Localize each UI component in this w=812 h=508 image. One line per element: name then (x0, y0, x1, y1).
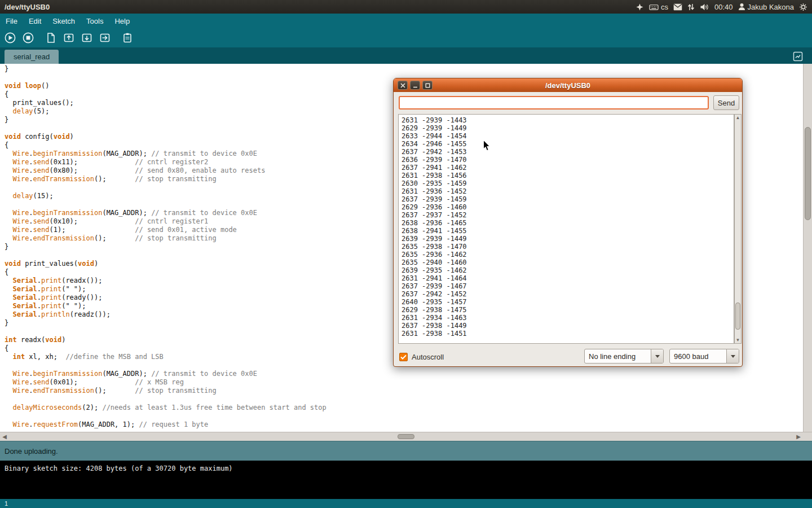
scroll-left-arrow[interactable]: ◀ (0, 432, 9, 441)
desktop-top-panel: /dev/ttyUSB0 cs 00:40 Jakub Kakona (0, 0, 812, 14)
verify-button[interactable] (3, 30, 17, 45)
code-line: Wire.beginTransmission(MAG_ADDR); // tra… (5, 370, 803, 378)
line-number-strip: 1 (0, 499, 812, 508)
serial-line: 2630 -2935 -1459 (401, 179, 731, 187)
status-message: Done uploading. (5, 447, 58, 456)
menu-help[interactable]: Help (109, 15, 135, 28)
save-sketch-button[interactable] (80, 30, 94, 45)
serial-monitor-title-bar[interactable]: /dev/ttyUSB0 (394, 78, 742, 92)
serial-line: 2639 -2935 -1462 (401, 266, 731, 274)
chevron-down-icon[interactable] (726, 349, 739, 363)
menu-sketch[interactable]: Sketch (47, 15, 81, 28)
serial-monitor-title: /dev/ttyUSB0 (545, 81, 590, 90)
code-line: Wire.requestFrom(MAG_ADDR, 1); // reques… (5, 421, 803, 429)
serial-line: 2635 -2936 -1462 (401, 251, 731, 259)
serial-line: 2637 -2937 -1452 (401, 211, 731, 219)
serial-line: 2631 -2938 -1451 (401, 330, 731, 338)
console-output: Binary sketch size: 4208 bytes (of a 307… (0, 461, 812, 499)
tab-menu-icon (792, 51, 804, 62)
save-icon (81, 32, 93, 44)
serial-scroll-up-arrow[interactable]: ▲ (735, 115, 741, 121)
tab-serial-read[interactable]: serial_read (5, 50, 59, 64)
serial-line: 2629 -2936 -1460 (401, 203, 731, 211)
new-sketch-button[interactable] (43, 30, 58, 45)
upload-button[interactable] (98, 30, 112, 45)
serial-line: 2631 -2936 -1452 (401, 187, 731, 195)
keyboard-icon (649, 3, 659, 11)
indicator-icon[interactable] (636, 3, 644, 11)
network-sync-icon[interactable] (687, 3, 695, 11)
editor-vertical-scrollbar[interactable] (803, 64, 812, 432)
serial-line: 2637 -2942 -1453 (401, 148, 731, 156)
serial-send-input[interactable] (399, 96, 709, 110)
code-line (5, 395, 803, 404)
scroll-right-arrow[interactable]: ▶ (794, 432, 803, 441)
serial-line: 2631 -2941 -1464 (401, 274, 731, 282)
serial-line: 2640 -2935 -1457 (401, 298, 731, 306)
serial-scroll-down-arrow[interactable]: ▼ (735, 337, 741, 343)
serial-output: 2631 -2939 -14432629 -2939 -14492633 -29… (398, 114, 734, 344)
serial-monitor-window: /dev/ttyUSB0 Send 2631 -2939 -14432629 -… (393, 78, 743, 367)
clock-label: 00:40 (714, 3, 733, 11)
serial-output-scrollbar[interactable]: ▲ ▼ (734, 114, 742, 344)
user-name-label: Jakub Kakona (748, 3, 794, 11)
volume-icon[interactable] (700, 3, 709, 11)
close-button[interactable] (398, 81, 408, 90)
clock[interactable]: 00:40 (714, 3, 733, 11)
console-line: Binary sketch size: 4208 bytes (of a 307… (5, 465, 233, 472)
serial-line: 2631 -2939 -1443 (401, 116, 731, 124)
stop-icon (22, 32, 34, 44)
serial-line: 2633 -2944 -1454 (401, 132, 731, 140)
window-title: /dev/ttyUSB0 (5, 3, 50, 11)
minimize-icon (413, 83, 418, 88)
user-menu[interactable]: Jakub Kakona (738, 3, 794, 11)
editor-horizontal-scrollbar-thumb[interactable] (398, 434, 414, 439)
serial-scrollbar-thumb[interactable] (735, 303, 740, 330)
code-line: Wire.send(0x01); // x MSB reg (5, 378, 803, 387)
menu-file[interactable]: File (0, 15, 23, 28)
mail-icon[interactable] (673, 3, 682, 11)
serial-line: 2635 -2938 -1470 (401, 243, 731, 251)
minimize-button[interactable] (410, 81, 420, 90)
send-button[interactable]: Send (713, 95, 739, 110)
upload-icon (99, 32, 111, 44)
menu-bar: File Edit Sketch Tools Help (0, 14, 812, 28)
baud-rate-dropdown[interactable]: 9600 baud (669, 349, 739, 364)
serial-line: 2638 -2936 -1465 (401, 219, 731, 227)
keyboard-layout-indicator[interactable]: cs (649, 3, 668, 11)
editor-vertical-scrollbar-thumb[interactable] (805, 127, 811, 220)
serial-line: 2637 -2938 -1449 (401, 322, 731, 330)
serial-line: 2636 -2939 -1470 (401, 156, 731, 164)
serial-monitor-icon (121, 32, 134, 44)
toolbar (0, 28, 812, 47)
serial-line: 2637 -2939 -1467 (401, 282, 731, 290)
close-icon (400, 83, 405, 88)
open-icon (63, 32, 75, 44)
serial-line: 2637 -2941 -1462 (401, 164, 731, 172)
chevron-down-icon[interactable] (651, 349, 663, 363)
open-sketch-button[interactable] (61, 30, 76, 45)
serial-line: 2634 -2946 -1455 (401, 140, 731, 148)
maximize-button[interactable] (422, 81, 433, 90)
check-icon (400, 354, 407, 360)
maximize-icon (425, 83, 430, 88)
serial-line: 2629 -2939 -1449 (401, 124, 731, 132)
code-line (5, 412, 803, 421)
current-line-number: 1 (5, 500, 8, 507)
serial-monitor-button[interactable] (120, 30, 135, 45)
serial-line: 2638 -2941 -1455 (401, 227, 731, 235)
serial-monitor-controls: Autoscroll No line ending 9600 baud (394, 347, 742, 366)
verify-icon (4, 32, 16, 44)
autoscroll-label: Autoscroll (412, 353, 444, 361)
tab-menu-button[interactable] (792, 50, 804, 63)
autoscroll-checkbox[interactable] (399, 353, 408, 361)
session-gear-icon[interactable] (799, 3, 807, 11)
serial-line: 2631 -2938 -1456 (401, 172, 731, 179)
baud-rate-value: 9600 baud (670, 349, 726, 363)
serial-line: 2629 -2938 -1475 (401, 306, 731, 314)
menu-edit[interactable]: Edit (23, 15, 47, 28)
line-ending-dropdown[interactable]: No line ending (584, 349, 664, 364)
menu-tools[interactable]: Tools (81, 15, 109, 28)
stop-button[interactable] (21, 30, 36, 45)
user-icon (738, 3, 745, 11)
